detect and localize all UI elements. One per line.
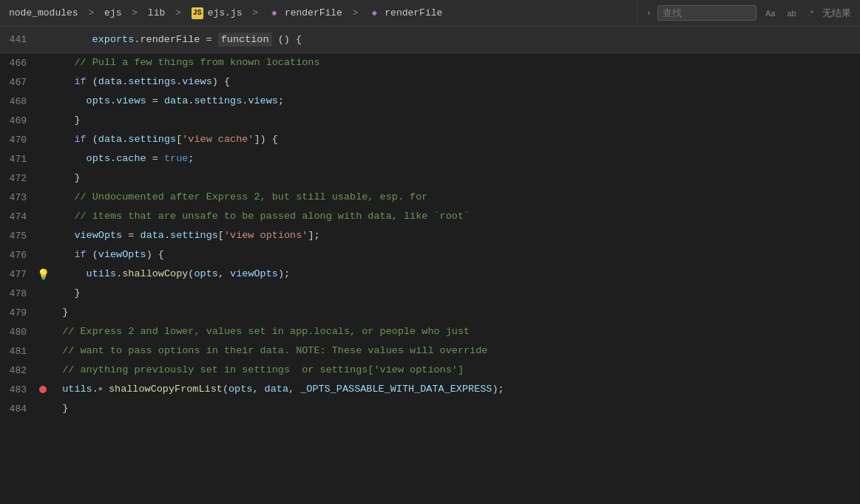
- search-input[interactable]: [663, 7, 751, 18]
- token: viewOpts: [74, 226, 122, 245]
- code-line-466: // Pull a few things from known location…: [50, 53, 320, 72]
- token: data: [98, 130, 122, 149]
- token: data: [98, 72, 122, 92]
- line-number-478: 478: [0, 288, 35, 299]
- token-parens-open: () {: [272, 34, 302, 45]
- breadcrumb-renderfile-1[interactable]: renderFile: [285, 7, 342, 18]
- table-row: 470 if (data.settings['view cache']) {: [0, 130, 860, 149]
- token: views: [182, 72, 212, 92]
- token: (: [223, 380, 228, 399]
- code-scroll-area[interactable]: 466 // Pull a few things from known loca…: [0, 53, 860, 504]
- gutter-477[interactable]: 💡: [35, 268, 50, 281]
- token: settings: [128, 72, 176, 92]
- line-number-480: 480: [0, 327, 35, 338]
- token: }: [50, 168, 81, 188]
- token: }: [50, 399, 68, 418]
- token: .: [188, 92, 194, 111]
- token: _OPTS_PASSABLE_WITH_DATA_EXPRESS: [300, 380, 492, 399]
- token: opts: [87, 92, 110, 111]
- token: .: [116, 265, 122, 284]
- token: );: [278, 265, 290, 284]
- line-number-466: 466: [0, 58, 35, 69]
- table-row: 475 viewOpts = data.settings['view optio…: [0, 226, 860, 245]
- token: cache: [116, 149, 146, 168]
- search-regex-button[interactable]: .*: [805, 8, 816, 18]
- token: views: [116, 92, 146, 111]
- breakpoint-icon[interactable]: [39, 386, 47, 393]
- line-number-474: 474: [0, 211, 35, 222]
- token: .: [176, 72, 182, 92]
- table-row: 481 // want to pass options in their dat…: [0, 341, 860, 361]
- token: ;: [278, 92, 284, 111]
- code-line-441: exports.renderFile = function () {: [50, 23, 860, 56]
- gutter-483[interactable]: [35, 386, 50, 393]
- line-number-470: 470: [0, 134, 35, 146]
- search-input-wrapper: [657, 5, 756, 21]
- search-chevron-icon[interactable]: ›: [646, 8, 651, 18]
- token: ,: [218, 265, 230, 284]
- token: (: [87, 130, 98, 149]
- token: // anything previously set in settings o…: [50, 361, 464, 380]
- js-file-icon: JS: [192, 7, 203, 19]
- line-number-477: 477: [0, 269, 35, 280]
- token: [50, 380, 62, 399]
- token: .: [110, 92, 116, 111]
- code-line-478: }: [50, 284, 81, 303]
- token: viewOpts: [230, 265, 278, 284]
- table-row: 480 // Express 2 and lower, values set i…: [0, 322, 860, 341]
- header-line-441: 441 exports.renderFile = function () {: [0, 27, 860, 53]
- code-line-481: // want to pass options in their data. N…: [50, 341, 487, 361]
- breadcrumb-renderfile-2[interactable]: renderFile: [385, 7, 442, 18]
- token: ) {: [212, 72, 230, 92]
- code-line-482: // anything previously set in settings o…: [50, 361, 464, 380]
- breadcrumb-sep-3: >: [169, 7, 186, 18]
- line-number-473: 473: [0, 192, 35, 203]
- breadcrumb-ejsjs[interactable]: ejs.js: [208, 7, 243, 18]
- token: .: [122, 130, 128, 149]
- line-number-469: 469: [0, 115, 35, 126]
- table-row: 471 opts.cache = true;: [0, 149, 860, 168]
- breadcrumb-lib[interactable]: lib: [148, 7, 165, 18]
- code-line-484: }: [50, 399, 68, 418]
- line-number-483: 483: [0, 384, 35, 395]
- token: ;: [188, 149, 194, 168]
- table-row: 466 // Pull a few things from known loca…: [0, 53, 860, 72]
- token: views: [248, 92, 278, 111]
- code-line-473: // Undocumented after Express 2, but sti…: [50, 188, 427, 207]
- token: opts: [194, 265, 217, 284]
- breadcrumb-sep-2: >: [126, 7, 143, 18]
- token: ]) {: [254, 130, 277, 149]
- code-line-472: }: [50, 168, 81, 188]
- table-row: 482 // anything previously set in settin…: [0, 361, 860, 380]
- token: ];: [308, 226, 319, 245]
- lightbulb-icon[interactable]: 💡: [37, 268, 50, 281]
- token: if: [74, 72, 86, 92]
- token: }: [50, 284, 81, 303]
- breadcrumb-node-modules[interactable]: node_modules: [9, 7, 78, 18]
- line-number-472: 472: [0, 173, 35, 184]
- token: [50, 149, 87, 168]
- token: .: [164, 226, 170, 245]
- token: [50, 265, 87, 284]
- token: ) {: [146, 245, 164, 265]
- breadcrumb-sep-5: >: [347, 7, 364, 18]
- token: // Express 2 and lower, values set in ap…: [50, 322, 470, 341]
- token: );: [492, 380, 504, 399]
- token: utils: [87, 265, 117, 284]
- table-row: 484 }: [0, 399, 860, 418]
- lines-container: 466 // Pull a few things from known loca…: [0, 53, 860, 418]
- token: [: [176, 130, 182, 149]
- token: [50, 130, 74, 149]
- token: settings: [128, 130, 176, 149]
- token: [103, 380, 109, 399]
- line-number-471: 471: [0, 154, 35, 165]
- search-whole-word-button[interactable]: ab: [784, 8, 799, 18]
- table-row: 474 // items that are unsafe to be passe…: [0, 207, 860, 226]
- token: if: [74, 245, 86, 265]
- breadcrumb-ejs[interactable]: ejs: [104, 7, 121, 18]
- token: if: [74, 130, 86, 149]
- line-number-467: 467: [0, 77, 35, 88]
- token: // Pull a few things from known location…: [50, 53, 320, 72]
- code-line-480: // Express 2 and lower, values set in ap…: [50, 322, 470, 341]
- search-case-sensitive-button[interactable]: Aa: [762, 8, 778, 18]
